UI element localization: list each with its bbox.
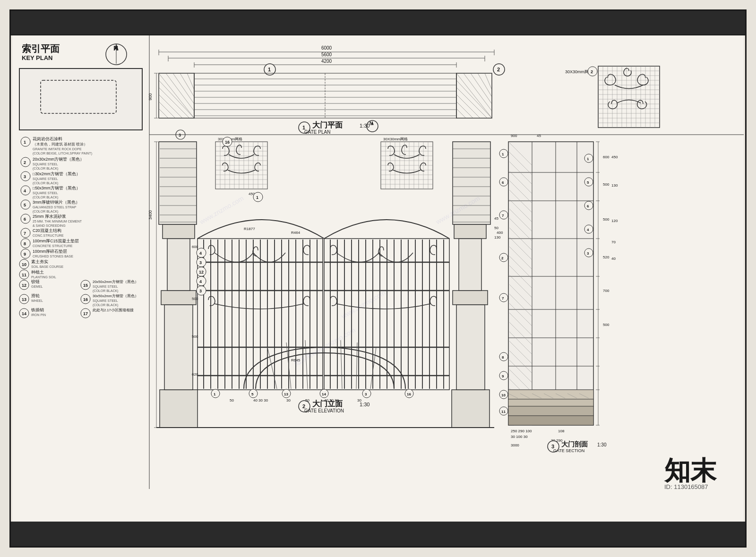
svg-text:4: 4 (587, 228, 589, 232)
svg-text:500: 500 (603, 323, 610, 327)
svg-text:种植土: 种植土 (31, 270, 44, 274)
svg-text:40: 40 (611, 257, 616, 261)
svg-text:9: 9 (24, 252, 26, 257)
svg-text:14: 14 (322, 392, 326, 396)
svg-text:（木黄色，同建筑 基材面 喷涂）: （木黄色，同建筑 基材面 喷涂） (33, 142, 87, 146)
svg-text:CONC.STRUCTURE: CONC.STRUCTURE (33, 234, 64, 237)
svg-text:1:30: 1:30 (360, 123, 369, 129)
svg-text:7: 7 (502, 296, 504, 300)
svg-text:45: 45 (537, 134, 541, 138)
svg-text:10: 10 (22, 262, 26, 267)
svg-text:索引平面: 索引平面 (22, 43, 60, 54)
svg-text:10: 10 (501, 393, 506, 397)
svg-text:11: 11 (22, 273, 26, 277)
svg-text:3mm厚镀锌钢片（黑色）: 3mm厚镀锌钢片（黑色） (33, 200, 80, 205)
svg-text:12: 12 (22, 283, 26, 288)
svg-text:14: 14 (22, 311, 26, 316)
svg-text:50: 50 (230, 398, 234, 403)
svg-text:C20混凝土结构: C20混凝土结构 (33, 228, 61, 233)
svg-text:CRUSHED STONES BASE: CRUSHED STONES BASE (33, 255, 73, 258)
svg-rect-198 (452, 390, 490, 428)
svg-rect-186 (167, 239, 190, 291)
svg-rect-8 (19, 69, 142, 130)
svg-text:4200: 4200 (321, 59, 332, 64)
svg-text:100mm厚碎石垫层: 100mm厚碎石垫层 (33, 249, 67, 254)
svg-text:13: 13 (284, 392, 288, 396)
svg-text:(COLOR BEIGE, LITCHI,SPRAY PAI: (COLOR BEIGE, LITCHI,SPRAY PAINT) (33, 152, 92, 155)
main-container: 索引平面 KEY PLAN N 1 花岗岩仿石涂料 （木黄色，同建筑 基材面 喷… (0, 0, 756, 557)
svg-text:30 100 30: 30 100 30 (511, 435, 528, 439)
svg-text:3: 3 (199, 260, 202, 265)
svg-text:3400: 3400 (148, 210, 153, 220)
svg-text:13: 13 (22, 297, 26, 302)
svg-text:2: 2 (24, 160, 26, 165)
svg-text:(COLOR BLACK): (COLOR BLACK) (33, 167, 58, 171)
svg-text:GEMEL: GEMEL (31, 285, 43, 288)
svg-text:3000: 3000 (511, 443, 519, 447)
svg-text:600: 600 (192, 245, 198, 249)
svg-text:GALVANIZED STEEL STRAP: GALVANIZED STEEL STRAP (33, 206, 77, 209)
svg-text:16: 16 (225, 140, 230, 145)
svg-text:IRON PIN: IRON PIN (31, 313, 46, 317)
svg-text:40 30 30: 40 30 30 (253, 398, 268, 403)
svg-text:3: 3 (365, 392, 367, 396)
svg-text:70: 70 (611, 240, 616, 244)
svg-rect-188 (159, 142, 197, 224)
svg-text:SQUARE STEEL: SQUARE STEEL (93, 285, 118, 289)
svg-text:CONCRETE STRUCTURE: CONCRETE STRUCTURE (33, 244, 73, 248)
svg-rect-184 (164, 305, 193, 390)
svg-text:(COLOR BLACK): (COLOR BLACK) (93, 303, 118, 307)
svg-text:2: 2 (497, 67, 500, 72)
svg-text:30: 30 (286, 398, 291, 403)
svg-text:□30x2mm方钢管（黑色）: □30x2mm方钢管（黑色） (33, 171, 80, 176)
svg-rect-200 (453, 291, 488, 305)
svg-text:50: 50 (305, 398, 309, 403)
svg-text:大门平面: 大门平面 (312, 120, 343, 129)
svg-text:& SAND SCREEDING: & SAND SCREEDING (33, 224, 66, 227)
svg-text:SQUARE STEEL: SQUARE STEEL (33, 163, 58, 166)
svg-text:2: 2 (501, 256, 504, 260)
svg-text:6: 6 (587, 204, 589, 208)
svg-text:5600: 5600 (321, 52, 332, 57)
svg-text:45: 45 (494, 216, 498, 221)
svg-text:3: 3 (199, 289, 202, 293)
svg-rect-455 (508, 390, 593, 399)
svg-text:1: 1 (214, 392, 216, 396)
svg-text:16: 16 (83, 297, 88, 302)
content-area: 索引平面 KEY PLAN N 1 花岗岩仿石涂料 （木黄色，同建筑 基材面 喷… (12, 35, 744, 522)
svg-text:130: 130 (494, 235, 501, 240)
svg-text:(COLOR BLACK): (COLOR BLACK) (93, 289, 118, 293)
svg-text:120: 120 (611, 219, 618, 223)
svg-text:铰链: 铰链 (31, 279, 40, 284)
svg-text:素土夯实: 素土夯实 (31, 259, 48, 264)
svg-text:□50x3mm方钢管（黑色）: □50x3mm方钢管（黑色） (33, 186, 80, 190)
svg-text:40 30 30: 40 30 30 (324, 398, 339, 403)
svg-text:GATE ELEVATION: GATE ELEVATION (304, 408, 344, 413)
svg-text:620: 620 (192, 372, 198, 377)
svg-text:PLANTING SOIL: PLANTING SOIL (31, 275, 56, 279)
svg-text:6: 6 (24, 217, 26, 222)
svg-text:SQUARE STEEL: SQUARE STEEL (93, 299, 118, 303)
svg-text:3: 3 (179, 133, 181, 137)
svg-text:600: 600 (603, 155, 610, 159)
svg-text:2: 2 (591, 69, 593, 74)
svg-rect-456 (508, 399, 593, 406)
svg-rect-201 (459, 239, 481, 291)
svg-text:GRANITE IMITATE ROCK DOPE: GRANITE IMITATE ROCK DOPE (33, 147, 82, 151)
svg-text:WHEEL: WHEEL (31, 299, 43, 302)
svg-text:500: 500 (192, 334, 198, 339)
svg-text:11: 11 (501, 410, 506, 414)
svg-text:1: 1 (502, 152, 504, 156)
svg-text:400: 400 (497, 231, 503, 235)
svg-text:5: 5 (24, 203, 26, 207)
svg-rect-183 (160, 390, 198, 428)
svg-rect-202 (454, 224, 486, 239)
svg-text:30: 30 (357, 398, 361, 403)
svg-text:SQUARE STEEL: SQUARE STEEL (33, 191, 58, 195)
svg-text:ID: 1130165087: ID: 1130165087 (664, 483, 708, 490)
svg-text:100mm厚C15混凝土垫层: 100mm厚C15混凝土垫层 (33, 239, 79, 243)
svg-text:25 MM. THK MINIMUM CEMENT: 25 MM. THK MINIMUM CEMENT (33, 220, 82, 223)
svg-text:25mm 厚水泥砂浆: 25mm 厚水泥砂浆 (33, 214, 66, 219)
svg-text:450: 450 (611, 155, 618, 159)
svg-rect-187 (163, 224, 195, 239)
